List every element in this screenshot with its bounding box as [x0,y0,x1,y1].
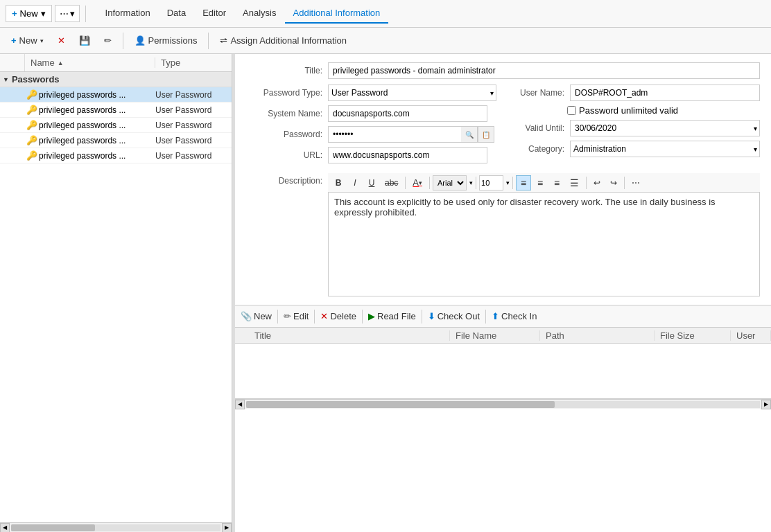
checkout-label: Check Out [438,311,480,321]
new-button-second[interactable]: + New ▾ [6,33,49,48]
more-options-button[interactable]: ⋯ ▾ [55,5,80,22]
att-col-user-header: User [731,330,771,341]
scroll-right-btn[interactable]: ▶ [222,523,232,533]
left-scrollbar[interactable]: ◀ ▶ [0,522,232,532]
attach-delete-btn[interactable]: ✕ Delete [320,311,356,321]
rte-list-btn[interactable]: ☰ [566,175,583,190]
table-row[interactable]: 🔑 privileged passwords ... User Password [0,148,232,163]
key-icon: 🔑 [25,135,39,145]
description-text: This account is explicitly to be used on… [334,197,716,218]
tab-analysis[interactable]: Analysis [234,3,284,24]
scroll-right-btn-bottom[interactable]: ▶ [761,400,771,409]
table-row[interactable]: 🔑 privileged passwords ... User Password [0,87,232,103]
delete-button[interactable]: ✕ [52,33,71,48]
password-input[interactable] [328,126,461,143]
valid-until-label: Valid Until: [502,123,564,133]
valid-until-input[interactable] [570,120,760,136]
category-wrapper: Administration ▾ [570,141,760,157]
attach-new-label: New [254,311,272,321]
checkin-icon: ⬆ [492,311,499,321]
row-name: privileged passwords ... [39,90,155,100]
attach-sep-2 [314,310,315,323]
x-icon-attach: ✕ [320,311,328,321]
assign-button[interactable]: ⇌ Assign Additional Information [214,33,352,48]
rte-redo-btn[interactable]: ↪ [606,176,621,190]
rte-align-center-btn[interactable]: ≡ [532,175,548,190]
attachment-table-header: Title File Name Path File Size User [235,327,771,344]
bottom-scrollbar[interactable]: ◀ ▶ [235,399,771,409]
tab-data[interactable]: Data [159,3,194,24]
new-label: New [20,8,38,19]
row-name: privileged passwords ... [39,136,155,145]
toolbar-separator-3 [208,33,209,49]
password-type-select[interactable]: User Password [328,85,496,101]
plus-icon: + [12,8,17,19]
password-copy-btn[interactable]: 📋 [478,126,494,143]
new-button-top[interactable]: + New ▾ [6,5,52,22]
table-row[interactable]: 🔑 privileged passwords ... User Password [0,133,232,148]
key-icon: 🔑 [25,89,39,100]
right-panel: Title: Password Type: User Password ▾ [235,54,771,532]
system-name-row: System Name: [246,105,496,122]
title-input[interactable] [328,62,760,79]
rte-sep-3 [476,177,476,189]
attachment-table-body [235,344,771,399]
rte-italic-btn[interactable]: I [347,176,363,190]
save-button[interactable]: 💾 [73,33,96,48]
attach-new-btn[interactable]: 📎 New [241,311,272,321]
tree-group-header[interactable]: ▼ Passwords [0,72,232,87]
form-col-left: Password Type: User Password ▾ System Na… [246,85,496,168]
tab-information[interactable]: Information [97,3,159,24]
attach-sep-5 [485,310,486,323]
permissions-button[interactable]: 👤 Permissions [129,33,203,48]
url-input[interactable] [328,147,487,163]
unlimited-checkbox[interactable] [567,106,576,115]
rte-align-left-btn[interactable]: ≡ [516,175,531,190]
rte-underline-btn[interactable]: U [364,176,379,190]
scroll-track-bottom[interactable] [246,401,760,408]
read-file-btn[interactable]: ▶ Read File [368,311,416,321]
table-row[interactable]: 🔑 privileged passwords ... User Password [0,118,232,133]
username-label: User Name: [502,88,564,98]
second-toolbar: + New ▾ ✕ 💾 ✏ 👤 Permissions ⇌ Assign Add… [0,28,771,54]
dropdown-arrow-second: ▾ [40,37,44,44]
assign-icon: ⇌ [220,35,227,46]
category-select[interactable]: Administration [570,141,760,157]
system-name-input[interactable] [328,105,487,122]
key-icon: 🔑 [25,150,39,161]
dropdown-color-icon: ▾ [419,179,422,186]
edit-button[interactable]: ✏ [98,33,117,48]
row-type: User Password [155,121,232,130]
scroll-track[interactable] [11,524,220,531]
font-color-label: A [413,177,419,188]
description-label: Description: [246,173,322,186]
tab-editor[interactable]: Editor [194,3,234,24]
table-row[interactable]: 🔑 privileged passwords ... User Password [0,103,232,118]
rte-undo-btn[interactable]: ↩ [589,176,605,190]
left-panel-empty [0,163,232,522]
key-icon: 🔑 [25,105,39,115]
rte-bold-btn[interactable]: B [331,176,346,190]
att-size-label: File Size [660,330,695,341]
x-icon: ✕ [58,35,65,46]
scroll-left-btn[interactable]: ◀ [0,523,10,533]
scroll-left-btn-bottom[interactable]: ◀ [235,400,245,409]
attach-edit-btn[interactable]: ✏ Edit [284,311,309,321]
description-editor-container: B I U abc A ▾ Arial ▾ [328,173,760,296]
username-input[interactable] [570,85,760,101]
password-show-btn[interactable]: 🔍 [461,126,478,143]
rte-size-input[interactable] [479,175,503,190]
unlimited-checkbox-row: Password unlimited valid [567,105,678,116]
checkin-btn[interactable]: ⬆ Check In [492,311,537,321]
col-type-header: Type [155,57,232,68]
checkout-btn[interactable]: ⬇ Check Out [428,311,480,321]
category-row: Category: Administration ▾ [502,141,760,157]
tab-additional-information[interactable]: Additional Information [285,3,389,24]
rte-font-color-btn[interactable]: A ▾ [408,175,426,190]
rte-align-right-btn[interactable]: ≡ [549,175,564,190]
rte-more-btn[interactable]: ⋯ [627,176,644,190]
rte-font-select[interactable]: Arial [433,175,467,190]
att-col-path-header: Path [540,330,655,341]
rte-content[interactable]: This account is explicitly to be used on… [328,193,760,296]
rte-strike-btn[interactable]: abc [381,176,402,190]
